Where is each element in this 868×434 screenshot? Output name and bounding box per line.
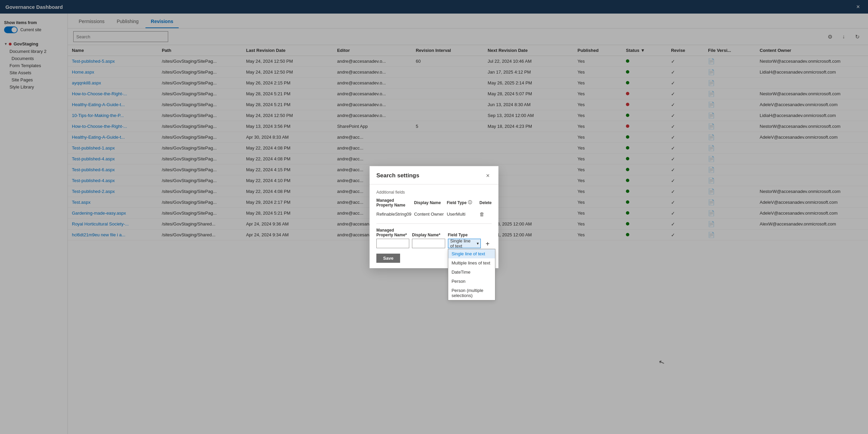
delete-existing-row-button[interactable]: 🗑 [479,211,492,217]
modal-title: Search settings [376,172,419,179]
dropdown-option-person[interactable]: Person [448,277,495,286]
existing-display-name: Content Owner [414,210,444,218]
existing-field-type: UserMulti [447,210,477,218]
field-type-dropdown-list: Single line of text Multiple lines of te… [448,249,495,300]
managed-property-field-group: Managed Property Name* [376,228,409,248]
save-button[interactable]: Save [376,254,400,263]
col-delete-header: Delete [479,200,492,206]
dropdown-option-multi-line[interactable]: Multiple lines of text [448,258,495,268]
managed-property-form-label: Managed Property Name* [376,228,409,237]
add-field-button[interactable]: + [484,240,492,248]
field-type-selected-value: Single line of text [450,238,474,249]
field-type-field-group: Field Type Single line of text ▾ Single … [448,233,481,248]
existing-fields-grid: Managed Property Name Display Name Field… [376,198,492,218]
section-divider [376,223,492,224]
new-field-form: Managed Property Name* Display Name* Fie… [376,228,492,248]
col-field-type-header: Field Type ⓘ [447,200,477,207]
dropdown-option-person-multi[interactable]: Person (multiple selections) [448,286,495,300]
managed-property-input[interactable] [376,239,409,248]
modal-overlay: Search settings × Additional fields Mana… [0,0,868,434]
display-name-input[interactable] [412,239,445,248]
field-type-info-icon: ⓘ [468,200,472,205]
dropdown-option-datetime[interactable]: DateTime [448,268,495,277]
field-type-dropdown-wrapper: Single line of text ▾ Single line of tex… [448,239,481,248]
col-display-name-header: Display Name [414,200,444,206]
additional-fields-label: Additional fields [376,190,492,195]
modal-close-button[interactable]: × [484,172,492,180]
display-name-field-group: Display Name* [412,233,445,248]
col-managed-property-header: Managed Property Name [376,198,411,209]
search-settings-modal: Search settings × Additional fields Mana… [370,166,498,268]
dropdown-option-single-line[interactable]: Single line of text [448,249,495,258]
modal-body: Additional fields Managed Property Name … [370,184,498,268]
field-type-dropdown[interactable]: Single line of text [448,239,481,248]
display-name-form-label: Display Name* [412,233,445,237]
field-type-form-label: Field Type [448,233,481,237]
trash-icon: 🗑 [479,211,485,217]
existing-managed-property: RefinableString09 [376,210,411,218]
modal-header: Search settings × [370,166,498,184]
